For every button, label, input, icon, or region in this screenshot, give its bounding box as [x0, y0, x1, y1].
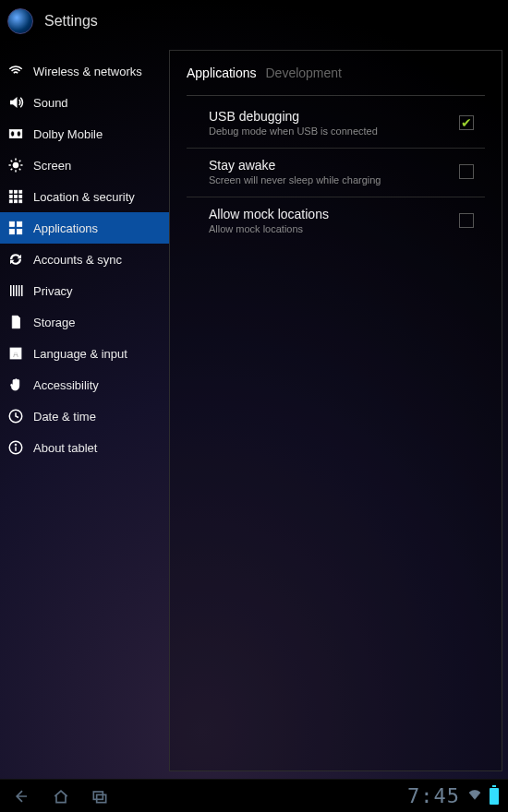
window-header: Settings	[0, 0, 508, 42]
sidebar-item-label: Accounts & sync	[33, 253, 122, 267]
battery-status-icon	[490, 788, 499, 805]
storage-icon	[7, 314, 24, 330]
dolby-icon	[7, 125, 24, 142]
system-bar: 7:45	[0, 779, 508, 812]
sidebar-item-label: Accessibility	[33, 378, 99, 392]
sidebar-item-label: Applications	[33, 221, 98, 235]
sidebar-item-applications[interactable]: Applications	[0, 212, 169, 244]
breadcrumb: Applications Development	[187, 51, 485, 95]
detail-panel: Applications Development USB debugging D…	[169, 50, 502, 771]
clock-icon	[7, 408, 24, 424]
svg-rect-13	[9, 221, 14, 226]
sidebar-item-label: Privacy	[33, 284, 73, 298]
option-title: Allow mock locations	[209, 207, 459, 221]
svg-rect-16	[18, 230, 22, 234]
breadcrumb-leaf: Development	[266, 66, 343, 80]
option-mock-locations[interactable]: Allow mock locations Allow mock location…	[187, 197, 485, 245]
checkbox-checked-icon[interactable]: ✔	[459, 115, 474, 130]
sidebar-item-language[interactable]: A Language & input	[0, 338, 169, 369]
svg-rect-6	[19, 190, 22, 193]
option-stay-awake[interactable]: Stay awake Screen will never sleep while…	[187, 149, 485, 197]
sidebar-item-dolby[interactable]: Dolby Mobile	[0, 118, 169, 149]
sidebar-item-label: Sound	[33, 96, 68, 110]
wifi-status-icon	[467, 787, 482, 806]
sidebar-item-privacy[interactable]: Privacy	[0, 275, 169, 306]
grid-icon	[7, 188, 24, 205]
wifi-icon	[7, 63, 24, 79]
option-subtitle: Debug mode when USB is connected	[209, 125, 459, 137]
svg-rect-15	[9, 230, 14, 234]
nav-home-button[interactable]	[48, 786, 74, 806]
page-title: Settings	[44, 13, 98, 30]
option-title: USB debugging	[209, 109, 459, 124]
sidebar-item-label: About tablet	[33, 441, 97, 455]
sync-icon	[7, 251, 24, 268]
privacy-icon	[7, 282, 24, 299]
option-subtitle: Allow mock locations	[209, 223, 459, 234]
language-icon: A	[7, 345, 24, 362]
svg-point-3	[13, 162, 18, 168]
sidebar-item-label: Location & security	[33, 190, 135, 204]
breadcrumb-root[interactable]: Applications	[187, 66, 257, 80]
svg-rect-5	[15, 190, 18, 193]
sidebar-item-wireless[interactable]: Wireless & networks	[0, 55, 169, 87]
svg-rect-1	[11, 131, 15, 137]
sidebar-item-label: Wireless & networks	[33, 65, 142, 78]
option-usb-debugging[interactable]: USB debugging Debug mode when USB is con…	[187, 100, 485, 149]
svg-rect-2	[18, 131, 21, 137]
sidebar-item-label: Language & input	[33, 347, 127, 361]
divider	[187, 95, 485, 96]
svg-rect-11	[15, 200, 18, 203]
info-icon	[7, 439, 24, 456]
options-list: USB debugging Debug mode when USB is con…	[187, 100, 485, 245]
svg-rect-9	[19, 196, 22, 198]
svg-rect-12	[19, 200, 22, 203]
sidebar-item-label: Storage	[33, 316, 76, 329]
option-title: Stay awake	[209, 158, 459, 173]
hand-icon	[7, 376, 24, 393]
sidebar-item-datetime[interactable]: Date & time	[0, 400, 169, 432]
sidebar-item-location[interactable]: Location & security	[0, 181, 169, 212]
svg-text:A: A	[13, 350, 19, 359]
nav-back-button[interactable]	[9, 786, 35, 806]
sidebar-item-label: Dolby Mobile	[33, 127, 103, 141]
svg-rect-14	[18, 221, 22, 226]
brightness-icon	[7, 157, 24, 173]
sidebar-item-accessibility[interactable]: Accessibility	[0, 369, 169, 400]
status-clock: 7:45	[407, 784, 460, 807]
sidebar-item-label: Date & time	[33, 410, 96, 424]
sidebar-item-sound[interactable]: Sound	[0, 87, 169, 118]
settings-sidebar: Wireless & networks Sound Dolby Mobile S…	[0, 42, 169, 779]
checkbox-unchecked-icon[interactable]	[459, 164, 474, 179]
sidebar-item-label: Screen	[33, 159, 71, 173]
sidebar-item-about[interactable]: About tablet	[0, 432, 169, 463]
svg-point-21	[15, 444, 17, 446]
apps-icon	[7, 220, 24, 236]
checkbox-unchecked-icon[interactable]	[459, 213, 474, 228]
sound-icon	[7, 94, 24, 111]
svg-rect-4	[9, 190, 12, 193]
settings-app-icon	[7, 8, 33, 34]
svg-rect-8	[15, 196, 18, 198]
svg-rect-10	[9, 200, 12, 203]
sidebar-item-screen[interactable]: Screen	[0, 149, 169, 181]
option-subtitle: Screen will never sleep while charging	[209, 174, 459, 185]
svg-rect-7	[9, 196, 12, 198]
sidebar-item-storage[interactable]: Storage	[0, 306, 169, 338]
sidebar-item-accounts[interactable]: Accounts & sync	[0, 244, 169, 275]
nav-recent-button[interactable]	[87, 786, 113, 806]
